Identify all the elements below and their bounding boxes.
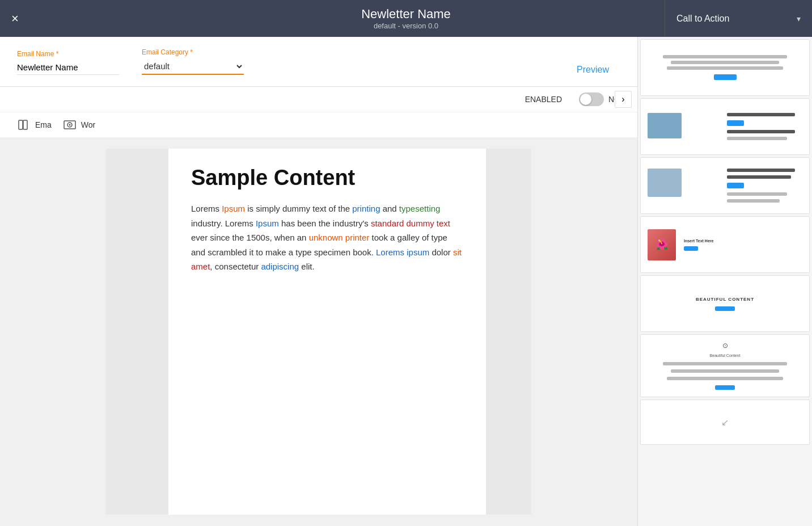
template-card-5[interactable]: BEAUTIFUL CONTENT [640, 275, 810, 332]
email-body-text: Lorems Ipsum is simply dummy text of the… [191, 201, 463, 274]
email-category-select[interactable]: default promotional transactional [142, 58, 244, 75]
wor-icon-item[interactable]: Wor [63, 118, 95, 132]
tpl1-content [648, 55, 802, 80]
tpl2-content [648, 113, 802, 140]
text-standard: standard dummy text [371, 218, 450, 228]
svg-point-4 [69, 124, 70, 126]
text-ipsum-blue: Ipsum [256, 218, 279, 228]
wor-icon-label: Wor [81, 120, 95, 129]
email-icon-item[interactable]: Ema [17, 118, 52, 132]
template-card-7[interactable]: ↙ [640, 399, 810, 445]
envelope-icon [63, 118, 77, 132]
header-title-block: Newletter Name default - version 0.0 [361, 7, 451, 30]
email-category-field: Email Category * default promotional tra… [142, 48, 244, 75]
text-printing: printing [352, 204, 380, 213]
text-lorems-ipsum-2: Lorems ipsum [376, 247, 429, 257]
text-has-been: has been the industry's [279, 218, 371, 228]
text-elit: elit. [299, 262, 315, 271]
tpl3-content [648, 169, 802, 203]
preview-button[interactable]: Preview [577, 65, 609, 75]
email-icon-label: Ema [35, 120, 52, 129]
chevron-down-icon: ▾ [797, 14, 801, 23]
cta-label: Call to Action [676, 14, 729, 24]
text-typesetting: typesetting [399, 204, 441, 213]
close-button[interactable]: × [11, 12, 19, 25]
form-bar: Email Name * Email Category * default pr… [0, 37, 637, 87]
text-unknown: unknown printer [309, 233, 370, 242]
email-card: Sample Content Lorems Ipsum is simply du… [106, 149, 531, 515]
email-body: Sample Content Lorems Ipsum is simply du… [168, 149, 486, 515]
template-card-1[interactable] [640, 39, 810, 96]
email-preview-area: Sample Content Lorems Ipsum is simply du… [0, 137, 637, 526]
tpl7-content: ↙ [648, 417, 802, 428]
template-card-3[interactable] [640, 157, 810, 214]
main-layout: Email Name * Email Category * default pr… [0, 37, 812, 526]
email-left-sidebar [106, 149, 168, 515]
text-adipiscing: adipiscing [261, 262, 299, 271]
text-ipsum-orange: Ipsum [222, 204, 245, 213]
version-subtitle: default - version 0.0 [361, 22, 451, 30]
chevron-right-button[interactable]: › [615, 91, 632, 108]
svg-rect-0 [19, 120, 23, 129]
text-dolor: dolor [429, 247, 453, 257]
chevron-right-icon: › [621, 94, 624, 104]
cta-dropdown[interactable]: Call to Action ▾ [665, 0, 812, 37]
email-right-sidebar [486, 149, 531, 515]
newsletter-name: Newletter Name [361, 7, 451, 22]
text-lorems: Lorems [191, 204, 222, 213]
email-heading: Sample Content [191, 166, 463, 190]
text-comma: , consectetur [210, 262, 261, 271]
email-name-label: Email Name * [17, 50, 119, 58]
tpl5-content: BEAUTIFUL CONTENT [648, 297, 802, 311]
text-is-simply: is simply dummy text of the [245, 204, 352, 213]
tpl4-content: 🌺 Insert Text Here [648, 229, 802, 260]
text-and: and [380, 204, 399, 213]
template-card-4[interactable]: 🌺 Insert Text Here [640, 216, 810, 273]
tpl6-content: ⊙ Beautiful Content [648, 342, 802, 390]
svg-rect-1 [23, 120, 27, 129]
email-name-field: Email Name * [17, 50, 119, 75]
text-ever-since: ever since the 1500s, when an [191, 233, 309, 242]
email-name-input[interactable] [17, 60, 119, 75]
text-industry1: industry. Lorems [191, 218, 256, 228]
toggle-container: ENABLED NO [525, 92, 620, 106]
content-area: Email Name * Email Category * default pr… [0, 37, 637, 526]
tpl5-title: BEAUTIFUL CONTENT [696, 297, 754, 302]
template-panel: 🌺 Insert Text Here BEAUTIFUL CONTENT ⊙ B… [637, 37, 812, 526]
app-header: × Newletter Name default - version 0.0 C… [0, 0, 812, 37]
template-card-6[interactable]: ⊙ Beautiful Content [640, 334, 810, 397]
email-category-label: Email Category * [142, 48, 244, 56]
toggle-bar: ENABLED NO › [0, 87, 637, 112]
text-amet-red: amet [191, 262, 210, 271]
enabled-label: ENABLED [525, 95, 562, 104]
email-icon [17, 118, 31, 132]
template-card-2[interactable] [640, 98, 810, 155]
enabled-toggle[interactable] [579, 92, 604, 106]
text-sit: sit [453, 247, 462, 257]
icons-bar: Ema Wor [0, 112, 637, 137]
